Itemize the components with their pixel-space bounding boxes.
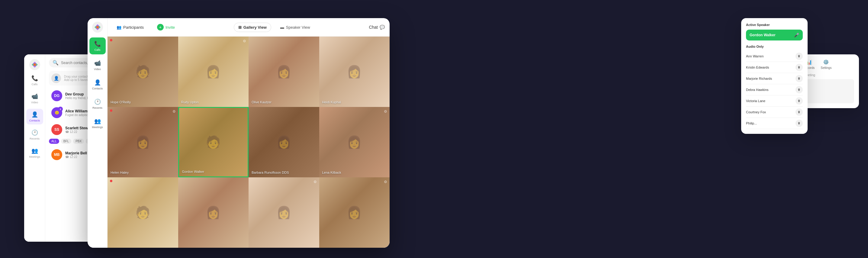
kristin-edwards-name: Kristin Edwards [746, 65, 769, 69]
portrait-p12: 👩 [319, 177, 390, 248]
philip-mic-button[interactable]: 🎙 [796, 120, 803, 127]
portrait-p11: 👩 [249, 177, 319, 248]
active-speaker-card: Gordon Walker 🎤 [746, 30, 803, 40]
debra-mic-button[interactable]: 🎙 [796, 86, 803, 93]
audio-only-label: Audio Only [746, 45, 803, 48]
video-cell-p11: ⚙ 👩 [249, 177, 319, 248]
sidebar-item-meetings[interactable]: 👥 Meetings [26, 145, 43, 161]
filter-bfl[interactable]: BFL [61, 139, 71, 144]
left-sidebar-nav: 📞 Calls 📹 Video 👤 Contacts 🕐 Recents 👥 M… [24, 54, 45, 242]
audio-participant-debra: Debra Hawkins 🎙 [746, 84, 803, 95]
settings-icon-p12: ⚙ [384, 180, 387, 184]
call-recents-icon: 🕐 [94, 98, 101, 105]
video-icon: 📹 [31, 93, 38, 100]
call-nav-meetings[interactable]: 👥 Meetings [89, 115, 106, 132]
meeting-preview [803, 79, 854, 103]
contact-avatar-marjorie: MB [51, 149, 62, 160]
participant-name-helen: Helen Haley [111, 171, 129, 174]
participants-button[interactable]: 👥 Participants [112, 23, 148, 32]
participant-name-heidi: Heidi Kuphal [322, 100, 341, 104]
video-cell-p10: 👩 [178, 177, 249, 248]
sidebar-item-recents[interactable]: 🕐 Recents [26, 127, 43, 143]
video-cell-p9: 🧑 [107, 177, 178, 248]
video-cell-lena: ⚙ 👩 Lena Kilback [319, 107, 390, 177]
recording-indicator [110, 39, 112, 41]
call-nav-calls[interactable]: 📞 Calls [89, 37, 106, 54]
svg-point-3 [96, 26, 99, 28]
video-cell-rudy: ⚙ 👩 Rudy Upton [178, 36, 249, 107]
contact-info-marjorie: Marjorie Bell ☎ 12:22 [65, 151, 87, 159]
app-logo [29, 59, 40, 70]
video-cell-barbara: 👩 Barbara Runolfsson DDS [249, 107, 319, 177]
marjorie-mic-button[interactable]: 🎙 [796, 75, 803, 82]
contact-avatar-alice: 🙂 3 [51, 107, 62, 118]
grid-icon: ⊞ [238, 25, 242, 30]
active-speaker-label: Active Speaker [746, 23, 803, 27]
video-cell-heidi: 👩 Heidi Kuphal [319, 36, 390, 107]
call-nav-video[interactable]: 📹 Video [89, 57, 106, 74]
chat-icon: 💬 [380, 25, 385, 30]
portrait-p9: 🧑 [107, 177, 178, 248]
call-nav-contacts[interactable]: 👤 Contacts [89, 76, 106, 93]
portrait-hope: 🧑 [107, 36, 178, 107]
sidebar-item-contacts[interactable]: 👤 Contacts [26, 109, 43, 124]
video-grid: 🧑 Hope O'Reilly ⚙ 👩 Rudy Upton 👩 Olive K… [107, 36, 390, 248]
filter-pbx[interactable]: PBX [73, 139, 84, 144]
contacts-icon: 👤 [31, 111, 38, 118]
recording-indicator-helen [110, 109, 112, 112]
sidebar-item-video[interactable]: 📹 Video [26, 91, 43, 106]
audio-participant-kristin: Kristin Edwards 🎙 [746, 62, 803, 73]
video-header: 👥 Participants + Invite ⊞ Gallery View ▬… [107, 18, 390, 36]
portrait-lena: 👩 [319, 107, 390, 177]
settings-icon-lena: ⚙ [384, 109, 387, 114]
contact-avatar-dg: DG [51, 90, 62, 101]
svg-point-1 [33, 63, 36, 66]
video-area: 👥 Participants + Invite ⊞ Gallery View ▬… [107, 18, 390, 248]
settings-button[interactable]: ⚙️ Settings [820, 59, 832, 69]
search-icon: 🔍 [53, 60, 59, 65]
audio-participant-philip: Philip... 🎙 [746, 118, 803, 129]
chat-button[interactable]: Chat 💬 [369, 25, 385, 30]
call-contacts-icon: 👤 [94, 79, 101, 86]
portrait-barbara: 👩 [249, 107, 319, 177]
participant-name-olive: Olive Kautzer [252, 100, 272, 104]
gallery-view-button[interactable]: ⊞ Gallery View [234, 23, 271, 32]
active-speaker-name: Gordon Walker [750, 33, 776, 37]
victoria-mic-button[interactable]: 🎙 [796, 97, 803, 105]
call-nav-recents[interactable]: 🕐 Recents [89, 95, 106, 112]
participant-name-barbara: Barbara Runolfsson DDS [252, 171, 289, 174]
main-video-window: 📞 Calls 📹 Video 👤 Contacts 🕐 Recents 👥 M… [88, 18, 390, 248]
ann-mic-button[interactable]: 🎙 [796, 53, 803, 60]
portrait-p10: 👩 [178, 177, 249, 248]
portrait-rudy: 👩 [178, 36, 249, 107]
call-app-logo [92, 22, 103, 33]
video-cell-hope: 🧑 Hope O'Reilly [107, 36, 178, 107]
phone-icon: 📞 [31, 75, 38, 82]
right-panel: Active Speaker Gordon Walker 🎤 Audio Onl… [741, 18, 808, 134]
video-cell-olive: 👩 Olive Kautzer [249, 36, 319, 107]
sidebar-item-calls[interactable]: 📞 Calls [26, 73, 43, 88]
filter-all[interactable]: ALL [49, 139, 59, 144]
courtney-mic-button[interactable]: 🎙 [796, 109, 803, 116]
ann-warren-name: Ann Warren [746, 54, 764, 58]
portrait-heidi: 👩 [319, 36, 390, 107]
drag-hint-avatar: 👤 [51, 74, 61, 83]
portrait-gordon: 🧑 [179, 108, 248, 176]
participant-name-gordon: Gordon Walker [182, 170, 205, 173]
audio-participant-courtney: Courtney Fox 🎙 [746, 107, 803, 118]
debra-hawkins-name: Debra Hawkins [746, 88, 769, 91]
invite-button[interactable]: + Invite [153, 22, 179, 33]
marjorie-richards-name: Marjorie Richards [746, 77, 772, 80]
call-sidebar: 📞 Calls 📹 Video 👤 Contacts 🕐 Recents 👥 M… [88, 18, 107, 248]
settings-icon-rudy: ⚙ [243, 39, 246, 43]
invite-icon: + [157, 24, 164, 30]
settings-icon-p11: ⚙ [313, 180, 317, 184]
meetings-icon: 👥 [31, 147, 38, 154]
speaker-view-button[interactable]: ▬ Speaker View [276, 23, 314, 32]
far-right-panel: 📊 Records ⚙️ Settings Meeting [799, 54, 859, 108]
recording-indicator-p9 [110, 180, 112, 182]
kristin-mic-button[interactable]: 🎙 [796, 64, 803, 71]
participants-icon: 👥 [117, 25, 121, 30]
audio-participant-ann: Ann Warren 🎙 [746, 51, 803, 62]
settings-icon-helen: ⚙ [173, 109, 176, 114]
